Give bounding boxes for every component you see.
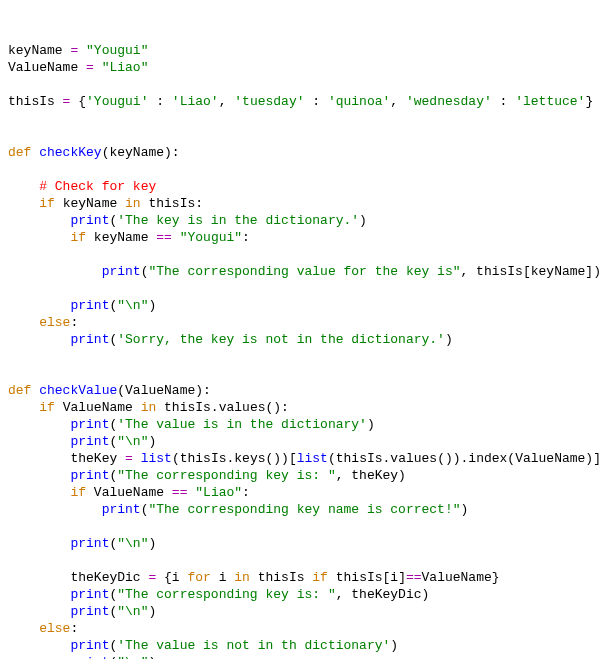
indent — [8, 468, 70, 483]
string-literal: 'tuesday' — [234, 94, 304, 109]
keyword-def: def — [8, 383, 31, 398]
expr: i — [211, 570, 234, 585]
identifier: thisIs — [8, 94, 63, 109]
string-literal: "The corresponding key is: " — [117, 468, 335, 483]
paren: ) — [148, 536, 156, 551]
operator: = — [125, 451, 133, 466]
keyword-if: if — [312, 570, 328, 585]
expr: ValueName} — [422, 570, 500, 585]
string-literal: 'wednesday' — [406, 94, 492, 109]
indent — [8, 587, 70, 602]
identifier: ValueName — [86, 485, 172, 500]
string-literal: "Yougui" — [180, 230, 242, 245]
punct: , — [219, 94, 235, 109]
string-literal: "The corresponding key name is correct!" — [148, 502, 460, 517]
indent — [8, 451, 70, 466]
string-literal: "\n" — [117, 604, 148, 619]
indent — [8, 570, 70, 585]
punct: : — [70, 315, 78, 330]
paren: ) — [359, 213, 367, 228]
keyword-else: else — [39, 315, 70, 330]
builtin-list: list — [141, 451, 172, 466]
space — [172, 230, 180, 245]
builtin-print: print — [70, 213, 109, 228]
keyword-for: for — [187, 570, 210, 585]
keyword-def: def — [8, 145, 31, 160]
code-line: else: — [8, 621, 78, 636]
indent — [8, 332, 70, 347]
string-literal: 'quinoa' — [328, 94, 390, 109]
indent — [8, 298, 70, 313]
keyword-in: in — [125, 196, 141, 211]
args: , thisIs[keyName]) — [461, 264, 601, 279]
operator: == — [172, 485, 188, 500]
punct: : — [242, 485, 250, 500]
builtin-print: print — [102, 502, 141, 517]
code-line: theKeyDic = {i for i in thisIs if thisIs… — [8, 570, 500, 585]
params: (keyName): — [102, 145, 180, 160]
string-literal: "\n" — [117, 536, 148, 551]
paren: ) — [461, 502, 469, 517]
builtin-print: print — [102, 264, 141, 279]
code-line: if keyName == "Yougui": — [8, 230, 250, 245]
builtin-print: print — [70, 587, 109, 602]
indent — [8, 230, 70, 245]
code-line: if ValueName in thisIs.values(): — [8, 400, 289, 415]
comment: # Check for key — [39, 179, 156, 194]
indent — [8, 638, 70, 653]
keyword-if: if — [39, 196, 55, 211]
builtin-print: print — [70, 604, 109, 619]
string-literal: "Liao" — [195, 485, 242, 500]
indent — [8, 434, 70, 449]
function-name: checkValue — [39, 383, 117, 398]
identifier: ValueName — [8, 60, 86, 75]
code-line: print("The corresponding value for the k… — [8, 264, 601, 279]
args: , theKeyDic) — [336, 587, 430, 602]
indent — [8, 400, 39, 415]
code-line: keyName = "Yougui" — [8, 43, 148, 58]
code-line: print('The value is in the dictionary') — [8, 417, 375, 432]
identifier: thisIs.values(): — [156, 400, 289, 415]
identifier: theKey — [70, 451, 125, 466]
operator: = — [86, 60, 94, 75]
code-line: theKey = list(thisIs.keys())[list(thisIs… — [8, 451, 601, 466]
expr: thisIs[i] — [328, 570, 406, 585]
code-line: print('The value is not in th dictionary… — [8, 638, 398, 653]
indent — [8, 485, 70, 500]
keyword-else: else — [39, 621, 70, 636]
paren: ) — [148, 604, 156, 619]
indent — [8, 179, 39, 194]
code-line: print("\n") — [8, 536, 156, 551]
indent — [8, 213, 70, 228]
indent — [8, 196, 39, 211]
keyword-in: in — [141, 400, 157, 415]
keyword-if: if — [70, 230, 86, 245]
string-literal: "\n" — [117, 434, 148, 449]
string-literal: 'Yougui' — [86, 94, 148, 109]
paren: ) — [148, 298, 156, 313]
indent — [8, 655, 70, 659]
code-line: if keyName in thisIs: — [8, 196, 203, 211]
identifier: ValueName — [55, 400, 141, 415]
punct: : — [305, 94, 328, 109]
expr: (thisIs.keys())[ — [172, 451, 297, 466]
string-literal: "Yougui" — [78, 43, 148, 58]
code-line: def checkKey(keyName): — [8, 145, 180, 160]
string-literal: "The corresponding key is: " — [117, 587, 335, 602]
params: (ValueName): — [117, 383, 211, 398]
string-literal: "The corresponding value for the key is" — [148, 264, 460, 279]
keyword-if: if — [39, 400, 55, 415]
string-literal: "\n" — [117, 655, 148, 659]
code-line: ValueName = "Liao" — [8, 60, 148, 75]
string-literal: 'Liao' — [172, 94, 219, 109]
function-name: checkKey — [39, 145, 101, 160]
code-line: def checkValue(ValueName): — [8, 383, 211, 398]
code-line: print("\n") — [8, 655, 156, 659]
expr: (thisIs.values()).index(ValueName)] — [328, 451, 601, 466]
operator: == — [156, 230, 172, 245]
builtin-print: print — [70, 417, 109, 432]
code-line: else: — [8, 315, 78, 330]
indent — [8, 417, 70, 432]
code-block: keyName = "Yougui" ValueName = "Liao" th… — [8, 42, 604, 659]
string-literal: 'The value is not in th dictionary' — [117, 638, 390, 653]
